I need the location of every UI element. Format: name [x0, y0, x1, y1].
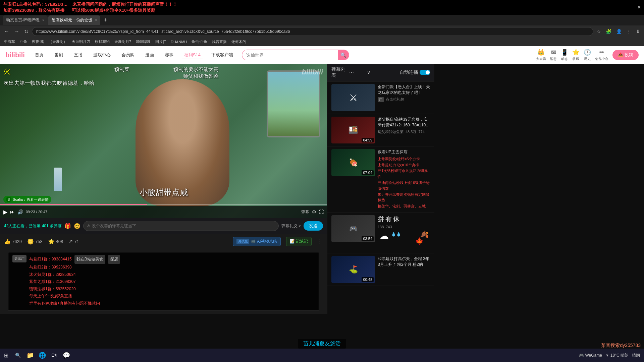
address-input[interactable]	[32, 27, 593, 36]
progress-bar-container[interactable]	[0, 204, 327, 205]
history-icon-btn[interactable]: 🕐 历史	[584, 49, 591, 61]
bookmark-tupian[interactable]: 图片]T	[154, 39, 167, 45]
bookmark-qianyanzb[interactable]: 浅言直播	[211, 39, 228, 45]
bookmark-tianya3[interactable]: 天涯明月7	[113, 39, 132, 45]
close-announcement-button[interactable]: ×	[638, 4, 641, 11]
bookmark-kanwo[interactable]: 砍找我约	[94, 39, 111, 45]
download-icon[interactable]: ⬇	[635, 28, 641, 35]
autoplay-switch[interactable]	[420, 70, 430, 75]
bookmark-bilibili[interactable]: 哔哩哔哩	[135, 39, 152, 45]
scalia-label: Scalia：再看一遍表情	[13, 197, 49, 202]
start-button[interactable]: ⊞	[0, 352, 12, 359]
settings-icon[interactable]: ⋮	[625, 28, 633, 35]
wegame-label[interactable]: 🎮 WeGame	[579, 353, 602, 358]
bookmark-zhonghaiche[interactable]: 中海车	[3, 39, 16, 45]
volume-icon[interactable]: 🔊	[17, 209, 23, 215]
ai-summary-button[interactable]: 测试版 📹 AI视频总结	[233, 237, 280, 246]
danmaku-config[interactable]: 弹幕礼义 >	[281, 223, 301, 229]
note-button[interactable]: 📝 记笔记	[286, 237, 312, 246]
nav-comic[interactable]: 漫画	[143, 51, 156, 59]
rec-video-3[interactable]: 🎮 03:54 拼 有 休 138 743 ☁ 💧💧 🍂 🍁	[327, 213, 434, 253]
bookmark-yuchong[interactable]: 鱼虫·斗鱼	[190, 39, 209, 45]
taskbar-app-store[interactable]: 🛍	[49, 350, 60, 361]
share-button[interactable]: ↗ 71	[68, 238, 79, 245]
bookmark-douyu[interactable]: 斗鱼	[18, 39, 29, 45]
tab-1-close[interactable]: ×	[42, 18, 44, 22]
nav-drama[interactable]: 番剧	[52, 51, 65, 59]
danmaku-list-label: 弹幕列表	[331, 66, 348, 78]
danmaku-icon-1[interactable]: 🎁	[64, 223, 71, 229]
star-button[interactable]: ⭐ 408	[48, 238, 63, 245]
forward-button[interactable]: →	[13, 28, 21, 35]
bookmark-icon[interactable]: ☆	[595, 28, 602, 35]
rec-video-4[interactable]: ⛳ 00:48 和易建联打高尔夫，全程 3年3月上升了 粉2个月 粉2的 --	[327, 253, 434, 286]
rec-title-2: 跟着UP主去探店	[378, 149, 430, 155]
bili-logo[interactable]: bilibili	[5, 51, 25, 59]
search-button[interactable]: 🔍	[338, 50, 349, 60]
nav-live[interactable]: 直播	[72, 51, 85, 59]
taskbar-app-files[interactable]: 📁	[25, 350, 36, 361]
rec-views-3: 138	[378, 225, 384, 229]
clock-icon: 🕐	[584, 49, 591, 56]
rec-duration-4: 00:48	[362, 277, 374, 282]
favorite-icon-btn[interactable]: ⭐ 收藏	[572, 49, 580, 61]
rec-duration-1: 04:59	[362, 138, 374, 142]
send-danmaku-button[interactable]: 发送	[304, 221, 323, 231]
refresh-button[interactable]: ↻	[23, 28, 30, 35]
nav-welfare[interactable]: 福利S14	[182, 51, 203, 59]
more-options-button[interactable]: ⋮	[317, 238, 323, 245]
bookmark-yexi[interactable]: 夜夜·戏	[31, 39, 45, 45]
creator-icon-btn[interactable]: ✏ 创作中心	[595, 49, 608, 61]
danmaku-icon-2[interactable]: 😊	[74, 223, 80, 229]
bili-watermark: bilibili	[302, 68, 323, 76]
group-line-2: 与君归2群：399236398	[29, 264, 120, 271]
taskbar-app-chat[interactable]: 💬	[61, 350, 72, 361]
back-button[interactable]: ←	[3, 28, 11, 35]
tab-1[interactable]: 动态首页-哔哩哔哩 ×	[3, 15, 48, 25]
danmaku-input[interactable]	[92, 224, 275, 228]
announcement-line2: 加群399236398，群公告有链接 可以领5000绑点+奇珍令X10+很多道具…	[3, 7, 641, 13]
group-tag-2[interactable]: 探店	[108, 255, 120, 264]
rec-video-1[interactable]: 🍱 04:59 师父探店/高铁39元套餐，实际付费431x2+160+78=11…	[327, 114, 434, 146]
rec-video-ad[interactable]: ⚔ 全新门派【恶人台】上线！天龙玩家吃的也太好了吧！ 广 点击抢礼包	[327, 81, 434, 114]
nav-download[interactable]: 下载客户端	[209, 51, 235, 59]
tab-2[interactable]: 硬高铁40元一份的盒饭 ×	[48, 15, 100, 25]
coin-count: 758	[35, 239, 43, 244]
bookmark-haishumu[interactable]: 还树木的	[230, 39, 248, 45]
extension-icon[interactable]: 🧩	[604, 28, 613, 35]
coin-button[interactable]: 🪙 758	[27, 238, 43, 245]
group-tag-1[interactable]: 我在B站做美食	[74, 255, 105, 264]
nav-esports[interactable]: 赛事	[163, 51, 175, 59]
danmaku-header-expand[interactable]: ∨	[367, 70, 383, 75]
search-input[interactable]	[246, 53, 338, 58]
tab-bar: 动态首页-哔哩哔哩 × 硬高铁40元一份的盒饭 × +	[0, 15, 644, 25]
play-button[interactable]: ▶	[3, 209, 7, 215]
dynamic-icon-btn[interactable]: 📱 动态	[561, 49, 568, 61]
danmaku-toggle[interactable]: 弹幕	[301, 209, 309, 215]
nav-game[interactable]: 游戏中心	[91, 51, 113, 59]
next-button[interactable]: ⏭	[10, 209, 15, 215]
new-tab-button[interactable]: +	[101, 17, 110, 24]
upload-button[interactable]: 📤 投稿	[612, 50, 639, 60]
fullscreen-button[interactable]: ⛶	[319, 209, 324, 215]
nav-home[interactable]: 首页	[33, 51, 46, 59]
tab-2-close[interactable]: ×	[95, 18, 97, 22]
taskbar-app-edge[interactable]: 🌐	[37, 350, 48, 361]
star-icon: ⭐	[572, 49, 580, 56]
bookmark-tianya2[interactable]: 天涯明月刀	[70, 39, 92, 45]
settings-button[interactable]: ⚙	[312, 209, 316, 215]
crown-icon: 👑	[537, 49, 545, 56]
profile-icon[interactable]: 👤	[615, 28, 623, 35]
taskbar-right: 🎮 WeGame ☀ 18°C 晴朗 晴朗	[579, 353, 644, 358]
nav-membership[interactable]: 会员购	[119, 51, 137, 59]
taskbar-search[interactable]: 🔍	[12, 353, 23, 358]
vip-icon-btn[interactable]: 👑 大会员	[536, 49, 546, 61]
video-player[interactable]: 火 预制菜 预制的要求不能太高 师父和我做鲁菜 次出去第一顿饭我都去吃肯德基，哈…	[0, 64, 327, 218]
bookmark-duanmu[interactable]: DUANMU	[169, 39, 188, 45]
rec-thumb-1: 🍱 04:59	[331, 117, 375, 143]
message-icon-btn[interactable]: ✉ 消息	[550, 49, 557, 61]
like-button[interactable]: 👍 7629	[4, 238, 22, 245]
bookmark-tianya1[interactable]: （天涯明）	[47, 39, 68, 45]
rec-video-2[interactable]: 🍖 07:04 跟着UP主去探店 上号调艮纹/经纬=5个办卡 上号提功力1次=1…	[327, 146, 434, 212]
danmaku-header-menu[interactable]: ⋯	[349, 70, 366, 75]
